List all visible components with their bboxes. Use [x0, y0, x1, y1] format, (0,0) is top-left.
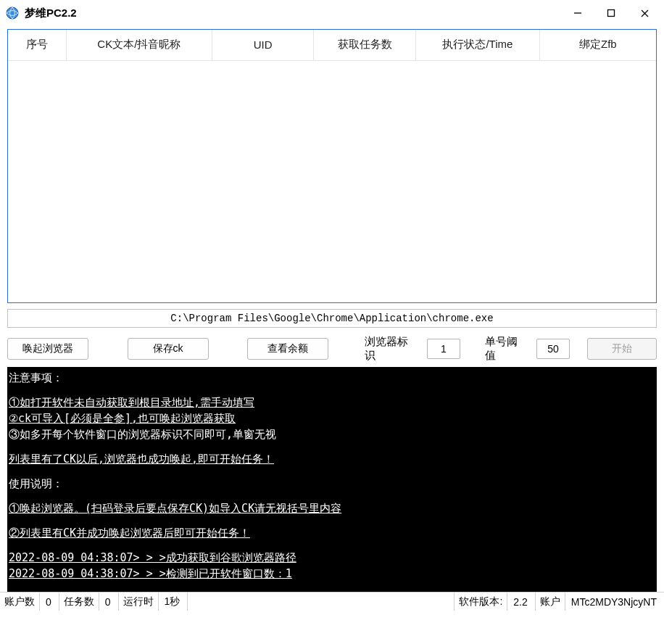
svg-point-0	[7, 7, 18, 19]
table-header-row: 序号 CK文本/抖音昵称 UID 获取任务数 执行状态/Time 绑定Zfb	[8, 30, 656, 60]
browser-id-input[interactable]	[427, 339, 460, 359]
check-balance-button[interactable]: 查看余额	[247, 338, 328, 360]
col-task-count[interactable]: 获取任务数	[314, 30, 416, 60]
status-version-value: 2.2	[507, 593, 535, 611]
log-line	[9, 516, 655, 525]
log-line: ③如多开每个软件窗口的浏览器标识不同即可,单窗无视	[9, 426, 655, 442]
status-account-label: 账户	[536, 593, 565, 611]
log-line: ①唤起浏览器。(扫码登录后要点保存CK)如导入CK请无视括号里内容	[9, 500, 655, 516]
maximize-button[interactable]	[594, 2, 628, 24]
log-line: ②列表里有CK并成功唤起浏览器后即可开始任务！	[9, 525, 655, 541]
status-bar: 账户数 0 任务数 0 运行时 1秒 软件版本: 2.2 账户 MTc2MDY3…	[0, 592, 664, 611]
accounts-table[interactable]: 序号 CK文本/抖音昵称 UID 获取任务数 执行状态/Time 绑定Zfb	[7, 29, 657, 303]
controls-row: 唤起浏览器 保存ck 查看余额 浏览器标识 单号阈值 开始	[7, 335, 657, 363]
log-line	[9, 467, 655, 476]
status-version-label: 软件版本:	[455, 593, 507, 611]
log-line: 2022-08-09 04:38:07> > >检测到已开软件窗口数：1	[9, 566, 655, 582]
single-threshold-input[interactable]	[536, 339, 570, 359]
close-button[interactable]	[628, 2, 661, 24]
log-line: 2022-08-09 04:38:07> > >成功获取到谷歌浏览器路径	[9, 550, 655, 566]
launch-browser-button[interactable]: 唤起浏览器	[7, 338, 88, 360]
log-line: 使用说明：	[9, 476, 655, 492]
status-accounts-label: 账户数	[0, 593, 40, 611]
status-runtime-label: 运行时	[119, 593, 159, 611]
window-title: 梦维PC2.2	[25, 7, 77, 20]
app-icon	[6, 7, 19, 20]
start-button[interactable]: 开始	[587, 338, 657, 360]
status-accounts-value: 0	[40, 593, 59, 611]
log-line: ②ck可导入[必须是全参],也可唤起浏览器获取	[9, 410, 655, 426]
minimize-button[interactable]	[561, 2, 594, 24]
status-runtime-value: 1秒	[159, 593, 188, 611]
title-bar: 梦维PC2.2	[0, 0, 664, 26]
log-line	[9, 442, 655, 451]
status-account-value: MTc2MDY3NjcyNT	[565, 593, 664, 611]
log-line	[9, 492, 655, 500]
single-threshold-label: 单号阈值	[485, 335, 528, 363]
col-bind-zfb[interactable]: 绑定Zfb	[539, 30, 656, 60]
log-console[interactable]: 注意事项：①如打开软件未自动获取到根目录地址,需手动填写②ck可导入[必须是全参…	[7, 367, 657, 592]
log-line	[9, 386, 655, 395]
col-uid[interactable]: UID	[212, 30, 314, 60]
log-line	[9, 541, 655, 550]
save-ck-button[interactable]: 保存ck	[128, 338, 209, 360]
log-line: ①如打开软件未自动获取到根目录地址,需手动填写	[9, 395, 655, 410]
status-tasks-value: 0	[99, 593, 119, 611]
log-line: 列表里有了CK以后,浏览器也成功唤起,即可开始任务！	[9, 451, 655, 467]
chrome-path-field[interactable]: C:\Program Files\Google\Chrome\Applicati…	[7, 309, 657, 328]
table-body-empty	[8, 61, 656, 303]
log-line: 注意事项：	[9, 370, 655, 386]
col-index[interactable]: 序号	[8, 30, 66, 60]
col-status[interactable]: 执行状态/Time	[416, 30, 540, 60]
browser-id-label: 浏览器标识	[365, 335, 418, 363]
svg-rect-2	[608, 10, 615, 17]
col-ck-nick[interactable]: CK文本/抖音昵称	[66, 30, 212, 60]
status-tasks-label: 任务数	[59, 593, 99, 611]
